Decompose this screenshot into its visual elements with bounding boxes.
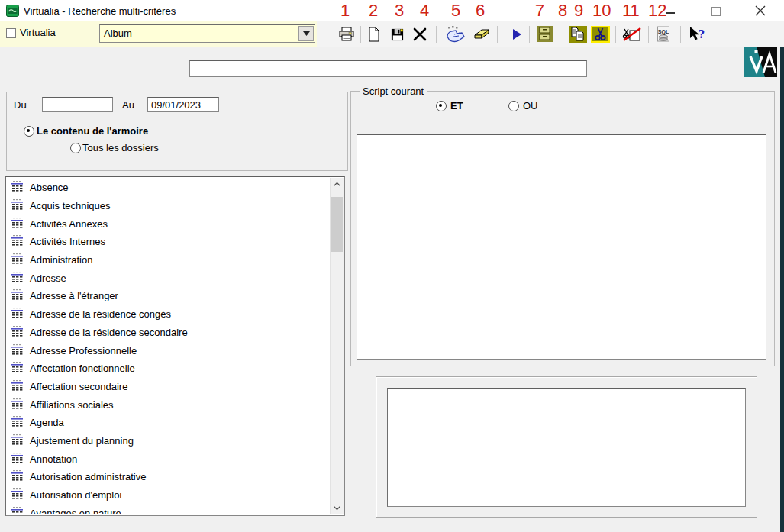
save-button[interactable] — [388, 25, 406, 44]
list-item[interactable]: Administration — [7, 251, 329, 269]
archive-button[interactable] — [534, 25, 556, 44]
list-item[interactable]: Activités Internes — [7, 233, 329, 251]
table-icon — [11, 289, 24, 302]
du-label: Du — [14, 99, 27, 111]
radio-dossiers[interactable] — [70, 143, 81, 153]
list-item-label: Adresse de la résidence secondaire — [30, 327, 188, 338]
list-item[interactable]: Adresse Professionnelle — [7, 341, 329, 360]
list-scrollbar[interactable] — [330, 178, 344, 514]
close-icon — [754, 5, 766, 17]
annotation-number: 10 — [592, 1, 611, 21]
radio-ou[interactable] — [508, 101, 519, 111]
annotation-number: 11 — [622, 1, 640, 21]
list-item[interactable]: Agenda — [7, 414, 329, 432]
album-dropdown-value: Album — [104, 27, 132, 39]
list-item[interactable]: Absence — [7, 179, 329, 197]
maximize-button[interactable] — [711, 7, 721, 16]
scrollbar-thumb[interactable] — [331, 197, 343, 252]
table-icon — [11, 507, 24, 514]
toolbar-separator — [648, 26, 649, 43]
list-item[interactable]: Adresse de la résidence secondaire — [7, 324, 329, 342]
new-button[interactable] — [365, 25, 383, 44]
print-button[interactable] — [337, 25, 357, 44]
list-item[interactable]: Adresse — [7, 269, 329, 287]
au-date-field[interactable] — [147, 97, 219, 112]
virtualia-checkbox[interactable] — [6, 28, 16, 38]
list-item-label: Affectation secondaire — [30, 381, 127, 392]
desktop-edge-strip — [780, 47, 784, 532]
list-item[interactable]: Activités Annexes — [7, 214, 329, 233]
list-item[interactable]: Affectation secondaire — [7, 378, 329, 396]
minimize-button[interactable] — [666, 12, 675, 14]
category-list[interactable]: Absence Acquis techniques — [5, 176, 345, 516]
annotation-number: 12 — [648, 1, 666, 21]
radio-armoire-label[interactable]: Le contenu de l'armoire — [37, 125, 148, 137]
list-item-label: Autorisation d'emploi — [30, 489, 121, 501]
au-label: Au — [122, 99, 134, 111]
table-icon — [11, 470, 24, 483]
toolbar-separator — [560, 26, 560, 43]
toolbar-separator — [680, 26, 681, 43]
pick-button[interactable] — [444, 25, 466, 44]
toolbar-yellow-panel: Virtualia Album — [0, 21, 317, 47]
new-document-icon — [368, 27, 380, 42]
delete-button[interactable] — [411, 25, 429, 44]
list-item[interactable]: Ajustement du planning — [7, 432, 329, 450]
radio-ou-label[interactable]: OU — [523, 100, 538, 111]
radio-et-label[interactable]: ET — [450, 100, 463, 111]
toolbar-separator — [360, 26, 361, 43]
table-icon — [11, 362, 24, 375]
svg-text:SQL: SQL — [658, 29, 669, 35]
sql-button[interactable]: SQL — [653, 25, 673, 44]
list-item[interactable]: Affectation fonctionnelle — [7, 360, 329, 378]
radio-dossiers-label[interactable]: Tous les dossiers — [82, 142, 159, 153]
remove-criteria-button[interactable] — [621, 25, 644, 44]
run-button[interactable] — [508, 25, 525, 44]
scroll-up-button[interactable] — [331, 178, 344, 191]
list-item-label: Affectation fonctionnelle — [30, 363, 135, 374]
scroll-down-button[interactable] — [331, 501, 344, 514]
annotation-number: 3 — [395, 1, 404, 21]
table-icon — [11, 344, 24, 357]
list-item[interactable]: Annotation — [7, 450, 329, 468]
table-icon — [11, 272, 24, 285]
list-item[interactable]: Acquis techniques — [7, 197, 329, 215]
list-item-label: Agenda — [30, 417, 64, 428]
list-item[interactable]: Autorisation administrative — [7, 468, 329, 486]
search-input[interactable] — [189, 60, 587, 77]
save-icon — [390, 27, 405, 42]
list-item-label: Activités Annexes — [30, 218, 108, 230]
list-item[interactable]: Avantages en nature — [7, 504, 329, 514]
virtualia-app-icon — [6, 5, 19, 17]
table-icon — [11, 416, 24, 429]
table-icon — [11, 326, 24, 339]
album-dropdown[interactable]: Album — [99, 24, 315, 43]
annotation-number: 7 — [535, 1, 544, 21]
script-courant-label: Script courant — [360, 85, 427, 97]
chevron-up-icon — [334, 182, 340, 186]
results-content-box[interactable] — [387, 388, 746, 507]
list-item[interactable]: Adresse à l'étranger — [7, 287, 329, 305]
toolbar-separator — [497, 26, 498, 43]
annotation-number: 4 — [420, 1, 429, 21]
dropdown-arrow-button[interactable] — [298, 26, 314, 41]
radio-armoire[interactable] — [24, 126, 34, 137]
close-button[interactable] — [754, 5, 766, 17]
delete-cross-icon — [412, 27, 427, 41]
eraser-icon — [473, 28, 491, 40]
script-content-box[interactable] — [357, 134, 766, 360]
cut-script-button[interactable] — [590, 25, 611, 44]
list-item[interactable]: Adresse de la résidence congés — [7, 305, 329, 324]
table-icon — [11, 488, 24, 501]
help-button[interactable]: ? — [686, 25, 708, 44]
list-item[interactable]: Autorisation d'emploi — [7, 486, 329, 505]
list-item[interactable]: Affiliations sociales — [7, 395, 329, 414]
radio-et[interactable] — [436, 101, 447, 111]
list-item-label: Ajustement du planning — [30, 435, 134, 447]
list-item-label: Affiliations sociales — [30, 399, 114, 411]
copy-button[interactable] — [567, 25, 588, 44]
du-date-field[interactable] — [42, 97, 113, 112]
annotation-number: 9 — [574, 1, 583, 21]
virtualia-checkbox-label: Virtualia — [20, 27, 56, 38]
erase-button[interactable] — [471, 25, 492, 44]
